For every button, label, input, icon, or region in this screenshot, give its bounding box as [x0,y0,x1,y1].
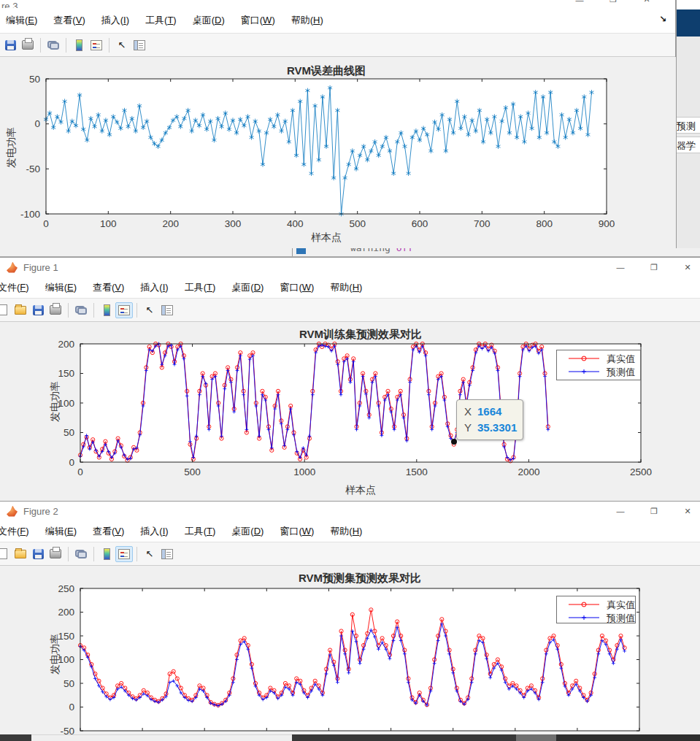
figure3-menubar: 编辑(E) 查看(V) 插入(I) 工具(T) 桌面(D) 窗口(W) 帮助(H… [0,8,675,34]
new-document-icon [0,304,7,315]
menu-window[interactable]: 窗口(W) [272,281,322,294]
plot-browser-button[interactable] [131,37,148,53]
edit-plot-button[interactable]: ↖︎ [141,546,158,562]
figure1-titlebar[interactable]: Figure 1 — ❐ ✕ [0,258,700,277]
legend-icon [118,549,130,559]
datatip[interactable]: X1664 Y35.3301 [456,399,523,440]
save-button[interactable] [29,302,47,318]
menu-tools[interactable]: 工具(T) [177,525,224,538]
menu-insert[interactable]: 插入(I) [132,281,176,294]
close-button[interactable]: ✕ [630,0,664,4]
open-button[interactable] [12,302,29,318]
figure1-plot[interactable]: 05001000150020002500050100150200 [0,322,700,502]
insert-legend-button[interactable] [115,302,133,318]
menu-tools[interactable]: 工具(T) [177,281,224,294]
menu-edit[interactable]: 编辑(E) [37,525,85,538]
figure3-titlebar[interactable]: re 3 — ❐ ✕ [0,0,675,8]
insert-colorbar-button[interactable] [70,37,88,53]
svg-text:100: 100 [100,218,117,229]
background-list-item[interactable]: 预测 [677,117,700,134]
svg-text:1000: 1000 [293,467,315,477]
figure2-chart-area[interactable]: -50050100150200250 RVM预测集预测效果对比 发电功率 真实值… [0,566,700,741]
legend-entry-true: 真实值 [561,353,634,366]
print-button[interactable] [47,302,64,318]
menu-view[interactable]: 查看(V) [85,525,132,538]
print-button[interactable] [47,546,64,562]
plot-browser-button[interactable] [158,546,176,562]
dock-figure-icon[interactable]: ↘ [659,14,666,24]
colorbar-icon [76,39,82,51]
insert-colorbar-button[interactable] [98,302,115,318]
close-button[interactable]: ✕ [671,507,700,516]
insert-legend-button[interactable] [88,37,105,53]
menu-window[interactable]: 窗口(W) [272,525,322,538]
datatip-y-label: Y [464,420,472,436]
window-title: Figure 2 [23,506,58,517]
link-plot-button[interactable] [72,302,90,318]
figure3-plot[interactable]: 0100200300400500600700800900-100-50050 [0,57,676,248]
minimize-button[interactable]: — [604,507,637,515]
menu-desktop[interactable]: 桌面(D) [185,14,233,27]
svg-text:500: 500 [349,218,366,229]
print-icon [22,40,34,50]
svg-text:0: 0 [77,467,83,477]
link-plot-button[interactable] [72,546,90,562]
save-icon [33,305,44,315]
figure2-legend[interactable]: 真实值 预测值 [556,596,636,623]
datatip-x-label: X [464,404,472,420]
maximize-button[interactable]: ❐ [637,507,671,516]
close-button[interactable]: ✕ [671,263,700,272]
figure2-plot-title: RVM预测集预测效果对比 [80,572,639,585]
figure2-plot[interactable]: -50050100150200250 [0,566,700,741]
figure1-chart-area[interactable]: 05001000150020002500050100150200 RVM训练集预… [0,322,700,502]
figure1-legend[interactable]: 真实值 预测值 [556,350,641,380]
maximize-button[interactable]: ❐ [637,263,671,272]
menu-file[interactable]: 文件(F) [0,525,37,538]
datatip-y-value: 35.3301 [477,420,517,436]
background-list-item[interactable]: 器学 [677,137,700,153]
menu-desktop[interactable]: 桌面(D) [223,281,272,294]
open-button[interactable] [12,546,29,562]
figure2-titlebar[interactable]: Figure 2 — ❐ ✕ [0,502,700,521]
legend-label: 真实值 [607,353,635,366]
menu-tools[interactable]: 工具(T) [137,14,185,27]
print-button[interactable] [19,37,36,53]
menu-window[interactable]: 窗口(W) [233,14,283,27]
cursor-icon: ↖︎ [146,304,154,315]
menu-help[interactable]: 帮助(H) [322,525,370,538]
menu-edit[interactable]: 编辑(E) [0,14,45,27]
matlab-icon [7,506,18,517]
save-icon [33,549,44,559]
menu-desktop[interactable]: 桌面(D) [223,525,272,538]
new-figure-button[interactable] [0,302,12,318]
menu-view[interactable]: 查看(V) [45,14,93,27]
save-button[interactable] [29,546,47,562]
link-plot-button[interactable] [45,37,62,53]
window-title: Figure 1 [23,262,58,273]
svg-text:0: 0 [69,457,74,468]
figure1-ylabel: 发电功率 [49,378,62,425]
new-figure-button[interactable] [0,546,12,562]
svg-text:2000: 2000 [518,467,539,477]
insert-legend-button[interactable] [115,546,133,562]
menu-file[interactable]: 文件(F) [0,281,37,294]
menu-insert[interactable]: 插入(I) [93,14,137,27]
menu-insert[interactable]: 插入(I) [132,525,176,538]
figure3-chart-area[interactable]: 0100200300400500600700800900-100-50050 R… [0,57,676,248]
edit-plot-button[interactable]: ↖︎ [141,302,158,318]
figure2-window: Figure 2 — ❐ ✕ 文件(F) 编辑(E) 查看(V) 插入(I) 工… [0,501,700,741]
insert-colorbar-button[interactable] [98,546,115,562]
minimize-button[interactable]: — [563,0,596,4]
menu-help[interactable]: 帮助(H) [283,14,331,27]
menu-edit[interactable]: 编辑(E) [37,281,85,294]
minimize-button[interactable]: — [604,263,637,272]
plot-browser-button[interactable] [158,302,176,318]
edit-plot-button[interactable]: ↖︎ [113,37,131,53]
panel-icon [134,40,145,50]
save-button[interactable] [1,37,19,53]
svg-text:200: 200 [58,607,74,618]
maximize-button[interactable]: ❐ [596,0,630,4]
menu-view[interactable]: 查看(V) [85,281,132,294]
legend-label: 真实值 [607,599,635,612]
menu-help[interactable]: 帮助(H) [322,281,370,294]
